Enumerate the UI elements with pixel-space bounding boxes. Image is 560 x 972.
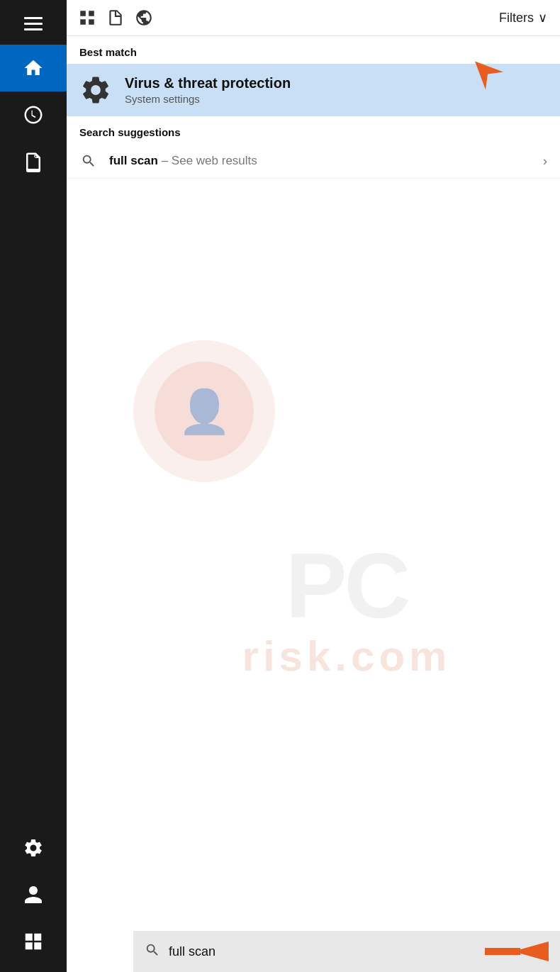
best-match-text-group: Virus & threat protection System setting… [125,75,291,105]
grid-view-icon [78,9,96,27]
media-icon [23,104,44,125]
search-suggestions-label: Search suggestions [67,116,560,144]
magnifier-icon [81,153,96,169]
topbar-icons [78,9,489,27]
globe-button[interactable] [135,9,153,27]
settings-icon [23,837,44,859]
suggestion-text: full scan – See web results [109,154,532,168]
suggestion-normal-text: – See web results [158,154,257,167]
globe-icon [135,9,153,27]
search-suggestion-icon [79,153,98,169]
suggestion-item-fullscan[interactable]: full scan – See web results › [67,144,560,179]
svg-marker-0 [475,62,503,90]
best-match-gear-icon-container [79,74,112,106]
home-icon [23,57,44,79]
suggestion-bold-text: full scan [109,154,158,167]
search-bar-icon [145,942,160,961]
search-results-area: Best match Virus & threat protection Sys… [67,36,560,972]
main-content: Filters ∨ Best match Virus & threat prot… [67,0,560,972]
account-icon [23,884,44,905]
orange-left-arrow-icon [485,936,549,967]
document-button[interactable] [106,9,125,27]
suggestion-chevron-icon: › [543,154,547,169]
orange-arrow-icon [468,55,525,111]
sidebar-nav [0,45,67,185]
grid-view-button[interactable] [78,9,96,27]
document-icon [23,151,44,172]
sidebar [0,0,67,972]
sidebar-bottom [0,825,67,972]
hamburger-menu[interactable] [0,7,67,40]
document-tab-icon [106,9,125,27]
best-match-subtitle: System settings [125,93,291,105]
svg-rect-2 [485,948,520,955]
sidebar-item-start[interactable] [0,918,67,965]
topbar: Filters ∨ [67,0,560,36]
best-match-item[interactable]: Virus & threat protection System setting… [67,64,560,116]
filters-button[interactable]: Filters ∨ [499,10,547,26]
sidebar-item-home[interactable] [0,45,67,91]
windows-icon [23,931,44,952]
sidebar-item-document[interactable] [0,138,67,185]
gear-icon [79,74,112,106]
sidebar-item-media[interactable] [0,91,67,138]
search-bar [133,931,560,972]
best-match-title: Virus & threat protection [125,75,291,91]
sidebar-item-settings[interactable] [0,825,67,871]
search-input[interactable] [169,944,476,959]
search-bar-arrow-annotation [485,936,549,967]
search-bar-magnifier-icon [145,942,160,958]
filters-label: Filters [499,11,534,26]
annotation-arrow [468,55,525,114]
hamburger-icon [24,17,43,30]
filters-chevron-icon: ∨ [538,10,547,26]
sidebar-item-account[interactable] [0,871,67,918]
